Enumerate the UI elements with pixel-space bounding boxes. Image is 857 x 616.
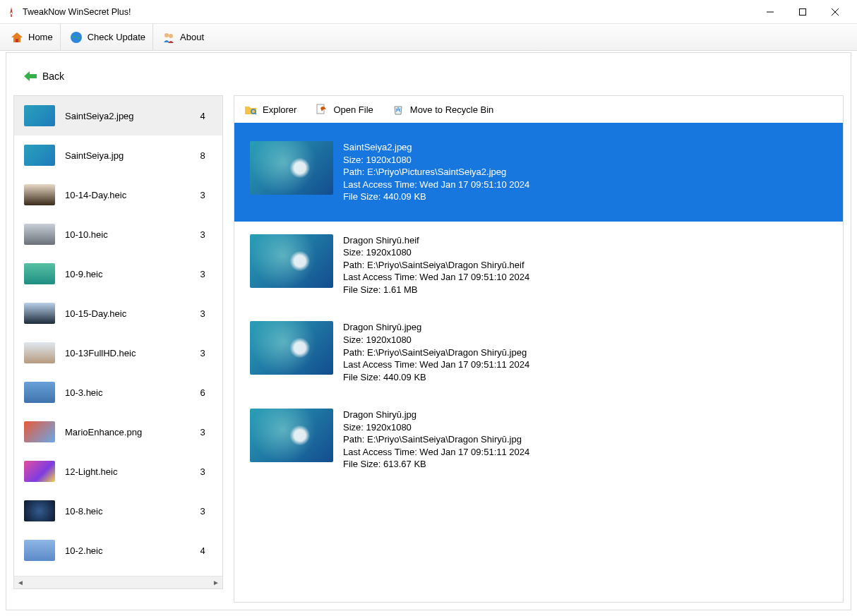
file-name: Dragon Shiryū.jpeg bbox=[343, 321, 529, 334]
main-panel: Back SaintSeiya2.jpeg4SaintSeiya.jpg810-… bbox=[6, 52, 851, 610]
file-access-time: Last Access Time: Wed Jan 17 09:51:11 20… bbox=[343, 446, 529, 459]
folder-search-icon bbox=[244, 103, 257, 116]
svg-point-9 bbox=[164, 33, 169, 37]
group-thumbnail bbox=[24, 421, 55, 442]
group-row[interactable]: 10-13FullHD.heic3 bbox=[14, 333, 222, 373]
file-detail-row[interactable]: SaintSeiya2.jpegSize: 1920x1080Path: E:\… bbox=[234, 123, 843, 222]
group-row[interactable]: 12-Light.heic3 bbox=[14, 452, 222, 491]
horizontal-scrollbar[interactable]: ◄ ► bbox=[14, 576, 222, 588]
details-pane: Explorer Open File Move to Recycle Bin S… bbox=[234, 95, 844, 603]
group-thumbnail bbox=[24, 145, 55, 166]
group-count: 6 bbox=[196, 387, 210, 398]
move-to-recycle-button[interactable]: Move to Recycle Bin bbox=[392, 103, 494, 116]
home-button[interactable]: Home bbox=[3, 24, 61, 50]
group-thumbnail bbox=[24, 184, 55, 205]
file-dimensions: Size: 1920x1080 bbox=[343, 246, 529, 259]
back-arrow-icon bbox=[24, 71, 37, 81]
file-thumbnail bbox=[250, 141, 333, 195]
svg-marker-0 bbox=[10, 7, 13, 14]
file-name: Dragon Shiryū.heif bbox=[343, 234, 529, 247]
group-thumbnail bbox=[24, 105, 55, 126]
about-button[interactable]: About bbox=[155, 24, 211, 50]
file-details-list[interactable]: SaintSeiya2.jpegSize: 1920x1080Path: E:\… bbox=[234, 123, 843, 602]
open-file-label: Open File bbox=[333, 104, 373, 115]
group-count: 3 bbox=[196, 427, 210, 437]
group-row[interactable]: 10-3.heic6 bbox=[14, 373, 222, 412]
file-name: Dragon Shiryū.jpg bbox=[343, 409, 529, 421]
group-name: 10-14-Day.heic bbox=[65, 190, 186, 200]
globe-icon bbox=[69, 30, 83, 44]
group-name: 10-10.heic bbox=[65, 229, 186, 240]
group-row[interactable]: SaintSeiya2.jpeg4 bbox=[14, 96, 222, 135]
group-name: 10-8.heic bbox=[65, 506, 186, 517]
group-thumbnail bbox=[24, 224, 55, 245]
file-access-time: Last Access Time: Wed Jan 17 09:51:10 20… bbox=[343, 179, 529, 191]
explorer-label: Explorer bbox=[263, 104, 296, 115]
group-count: 3 bbox=[196, 348, 210, 358]
file-detail-row[interactable]: Dragon Shiryū.jpegSize: 1920x1080Path: E… bbox=[234, 308, 843, 396]
file-path: Path: E:\Priyo\SaintSeiya\Dragon Shiryū.… bbox=[343, 346, 529, 359]
svg-rect-3 bbox=[800, 8, 806, 15]
group-name: 10-9.heic bbox=[65, 269, 186, 279]
file-size: File Size: 613.67 KB bbox=[343, 458, 529, 471]
back-button[interactable]: Back bbox=[24, 71, 64, 82]
group-name: 10-2.heic bbox=[65, 545, 186, 556]
file-metadata: SaintSeiya2.jpegSize: 1920x1080Path: E:\… bbox=[343, 141, 529, 203]
move-to-recycle-label: Move to Recycle Bin bbox=[410, 104, 494, 115]
file-path: Path: E:\Priyo\SaintSeiya\Dragon Shiryū.… bbox=[343, 259, 529, 272]
file-size: File Size: 440.09 KB bbox=[343, 371, 529, 384]
scroll-left-icon[interactable]: ◄ bbox=[14, 576, 27, 589]
file-metadata: Dragon Shiryū.jpegSize: 1920x1080Path: E… bbox=[343, 321, 529, 383]
file-dimensions: Size: 1920x1080 bbox=[343, 154, 529, 167]
group-row[interactable]: SaintSeiya.jpg8 bbox=[14, 135, 222, 175]
group-row[interactable]: 10-2.heic4 bbox=[14, 531, 222, 570]
minimize-button[interactable] bbox=[754, 1, 786, 23]
duplicate-groups-list[interactable]: SaintSeiya2.jpeg4SaintSeiya.jpg810-14-Da… bbox=[14, 96, 222, 576]
group-name: MarioEnhance.png bbox=[65, 427, 186, 437]
people-icon bbox=[162, 30, 176, 44]
file-path: Path: E:\Priyo\Pictures\SaintSeiya2.jpeg bbox=[343, 166, 529, 179]
file-name: SaintSeiya2.jpeg bbox=[343, 141, 529, 154]
file-thumbnail bbox=[250, 409, 333, 462]
group-row[interactable]: 10-15-Day.heic3 bbox=[14, 294, 222, 333]
check-update-button[interactable]: Check Update bbox=[62, 24, 153, 50]
group-count: 4 bbox=[196, 545, 210, 556]
group-row[interactable]: 10-10.heic3 bbox=[14, 215, 222, 254]
scroll-right-icon[interactable]: ► bbox=[210, 576, 222, 589]
group-count: 3 bbox=[196, 229, 210, 240]
check-update-label: Check Update bbox=[88, 32, 145, 42]
group-count: 3 bbox=[196, 466, 210, 477]
group-count: 4 bbox=[196, 111, 210, 121]
file-detail-row[interactable]: Dragon Shiryū.jpgSize: 1920x1080Path: E:… bbox=[234, 396, 843, 483]
svg-marker-11 bbox=[24, 71, 37, 81]
file-detail-row[interactable]: Dragon Shiryū.heifSize: 1920x1080Path: E… bbox=[234, 222, 843, 309]
close-button[interactable] bbox=[819, 1, 851, 23]
group-count: 3 bbox=[196, 190, 210, 200]
home-icon bbox=[10, 30, 24, 44]
group-row[interactable]: MarioEnhance.png3 bbox=[14, 412, 222, 452]
group-name: SaintSeiya2.jpeg bbox=[65, 111, 186, 121]
app-icon bbox=[6, 6, 17, 18]
open-file-button[interactable]: Open File bbox=[315, 103, 373, 116]
group-row[interactable]: 10-8.heic3 bbox=[14, 491, 222, 531]
group-row[interactable]: 10-14-Day.heic3 bbox=[14, 175, 222, 215]
home-label: Home bbox=[28, 32, 53, 42]
main-toolbar: Home Check Update About bbox=[0, 24, 857, 51]
group-name: SaintSeiya.jpg bbox=[65, 150, 186, 161]
group-row[interactable]: 10-9.heic3 bbox=[14, 254, 222, 294]
maximize-button[interactable] bbox=[786, 1, 819, 23]
file-dimensions: Size: 1920x1080 bbox=[343, 421, 529, 434]
svg-point-10 bbox=[169, 34, 173, 38]
file-thumbnail bbox=[250, 234, 333, 288]
explorer-button[interactable]: Explorer bbox=[244, 103, 296, 116]
back-label: Back bbox=[42, 71, 64, 82]
file-access-time: Last Access Time: Wed Jan 17 09:51:10 20… bbox=[343, 271, 529, 284]
svg-rect-1 bbox=[11, 14, 12, 17]
group-count: 8 bbox=[196, 150, 210, 161]
file-metadata: Dragon Shiryū.jpgSize: 1920x1080Path: E:… bbox=[343, 409, 529, 471]
group-thumbnail bbox=[24, 500, 55, 521]
file-thumbnail bbox=[250, 321, 333, 375]
group-thumbnail bbox=[24, 461, 55, 482]
file-access-time: Last Access Time: Wed Jan 17 09:51:11 20… bbox=[343, 358, 529, 371]
group-count: 3 bbox=[196, 308, 210, 319]
